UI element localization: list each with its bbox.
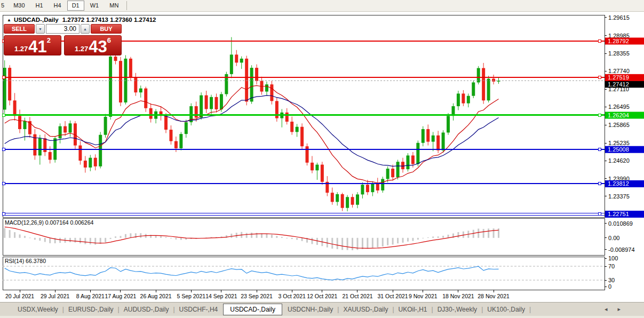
tab-usdcnhdaily[interactable]: USDCNH-,Daily bbox=[284, 304, 337, 315]
candle-body bbox=[487, 78, 490, 100]
hline-handle[interactable] bbox=[3, 114, 5, 116]
hline-handle[interactable] bbox=[3, 182, 5, 185]
candle-body bbox=[331, 193, 334, 202]
tab-uk100daily[interactable]: UK100-,Daily bbox=[483, 304, 529, 315]
buy-button[interactable]: BUY bbox=[91, 24, 122, 34]
macd-bar bbox=[44, 238, 46, 242]
macd-bar bbox=[432, 236, 434, 237]
candle-body bbox=[386, 169, 389, 179]
candle-body bbox=[426, 129, 430, 142]
price-tag: 1.22751 bbox=[605, 211, 644, 218]
date-label: 28 Nov 2021 bbox=[478, 293, 510, 299]
hline-handle[interactable] bbox=[599, 148, 601, 151]
tab-separator: | bbox=[173, 306, 174, 313]
macd-bar bbox=[463, 232, 464, 238]
tab-audusddaily[interactable]: AUDUSD-,Daily bbox=[120, 304, 173, 315]
tab-dj30weekly[interactable]: DJ30-,Weekly bbox=[434, 304, 481, 315]
tab-usdchfh4[interactable]: USDCHF-,H4 bbox=[176, 304, 222, 315]
date-label: 3 Oct 2021 bbox=[278, 293, 306, 299]
macd-bar bbox=[226, 235, 227, 238]
candle-body bbox=[63, 126, 67, 133]
tab-xauusddaily[interactable]: XAUUSD-,Daily bbox=[339, 304, 392, 315]
tab-separator: | bbox=[432, 306, 433, 313]
candle-body bbox=[447, 116, 450, 132]
tf-button-H1[interactable]: H1 bbox=[31, 1, 48, 11]
tab-scroll-arrows[interactable]: ◂ ▸ bbox=[605, 306, 625, 313]
candle-body bbox=[49, 152, 52, 160]
tab-usdxweekly[interactable]: USDX,Weekly bbox=[14, 304, 62, 315]
tab-usdcaddaily[interactable]: USDCAD-,Daily bbox=[223, 304, 282, 315]
hline-handle[interactable] bbox=[599, 76, 601, 79]
candle-body bbox=[240, 59, 243, 63]
tab-ukoilh1[interactable]: UKOil-,H1 bbox=[395, 304, 431, 315]
candle-body bbox=[361, 185, 364, 194]
volume-decrease-icon[interactable]: ▼ bbox=[36, 24, 45, 34]
date-label: 8 Aug 2021 bbox=[76, 293, 105, 299]
candle-body bbox=[315, 165, 319, 171]
macd-axis-label: -0.008974 bbox=[608, 247, 635, 253]
tf-button-MN[interactable]: MN bbox=[105, 1, 123, 11]
ohlc-values: 1.27372 1.27413 1.27360 1.27412 bbox=[62, 17, 156, 23]
chart-title: ▲USDCAD-,Daily1.27372 1.27413 1.27360 1.… bbox=[7, 17, 156, 23]
macd-bar bbox=[271, 235, 273, 238]
macd-bar bbox=[79, 238, 81, 243]
candle-body bbox=[406, 155, 409, 169]
sell-quote[interactable]: 1.27 41 2 bbox=[4, 35, 61, 55]
macd-bar bbox=[110, 238, 112, 239]
tf-button-H4[interactable]: H4 bbox=[49, 1, 66, 11]
buy-quote[interactable]: 1.27 43 6 bbox=[64, 35, 122, 55]
candle-body bbox=[114, 57, 117, 61]
candle-body bbox=[346, 197, 349, 208]
candle-body bbox=[84, 161, 87, 168]
date-label: 29 Jul 2021 bbox=[41, 293, 69, 299]
macd-bar bbox=[372, 238, 373, 248]
tf-button-W1[interactable]: W1 bbox=[85, 1, 104, 11]
date-label: 26 Aug 2021 bbox=[140, 293, 172, 299]
sell-button[interactable]: SELL bbox=[4, 24, 35, 34]
candle-body bbox=[296, 127, 299, 132]
svg-text:1.26204: 1.26204 bbox=[608, 112, 629, 118]
candle-body bbox=[78, 146, 82, 161]
macd-bar bbox=[402, 238, 404, 243]
macd-bar bbox=[69, 238, 71, 242]
hline-handle[interactable] bbox=[599, 182, 601, 185]
macd-bar bbox=[59, 238, 61, 243]
macd-axis-label: 0.00 bbox=[608, 235, 619, 241]
tf-button-M30[interactable]: M30 bbox=[9, 1, 29, 11]
macd-bar bbox=[316, 238, 318, 245]
macd-bar bbox=[29, 237, 30, 238]
macd-bar bbox=[362, 238, 363, 249]
hline-handle[interactable] bbox=[599, 40, 601, 43]
macd-bar bbox=[417, 238, 419, 240]
candle-body bbox=[457, 93, 460, 106]
buy-price-pip: 6 bbox=[107, 36, 111, 44]
date-label: 20 Jul 2021 bbox=[5, 293, 34, 299]
candle-body bbox=[422, 129, 425, 143]
rsi-axis-label: 70 bbox=[608, 263, 615, 269]
macd-bar bbox=[438, 236, 439, 238]
candle-body bbox=[462, 93, 465, 103]
hline-handle[interactable] bbox=[599, 114, 601, 116]
volume-input[interactable] bbox=[46, 24, 79, 34]
hline-handle[interactable] bbox=[3, 76, 5, 79]
y-axis-label: 1.24620 bbox=[608, 157, 630, 164]
macd-bar bbox=[337, 238, 338, 249]
rsi-label: RSI(14) 66.3780 bbox=[5, 258, 46, 264]
candle-body bbox=[311, 163, 314, 171]
tf-button-5[interactable]: 5 bbox=[0, 1, 7, 11]
macd-bar bbox=[483, 229, 484, 238]
hline-handle[interactable] bbox=[599, 213, 601, 216]
y-axis-label: 1.29615 bbox=[608, 14, 630, 21]
tf-button-D1[interactable]: D1 bbox=[67, 1, 84, 11]
svg-text:1.27519: 1.27519 bbox=[608, 74, 629, 81]
hline-handle[interactable] bbox=[3, 213, 5, 216]
collapse-icon[interactable]: ▲ bbox=[7, 18, 11, 22]
macd-bar bbox=[19, 234, 21, 237]
hline-handle[interactable] bbox=[3, 148, 5, 151]
candle-body bbox=[185, 122, 188, 134]
tab-separator: | bbox=[529, 306, 531, 313]
volume-increase-icon[interactable]: ▲ bbox=[81, 24, 90, 34]
tab-eurusddaily[interactable]: EURUSD-,Daily bbox=[65, 304, 117, 315]
price-tag: 1.25008 bbox=[605, 146, 644, 153]
macd-bar bbox=[427, 237, 429, 238]
